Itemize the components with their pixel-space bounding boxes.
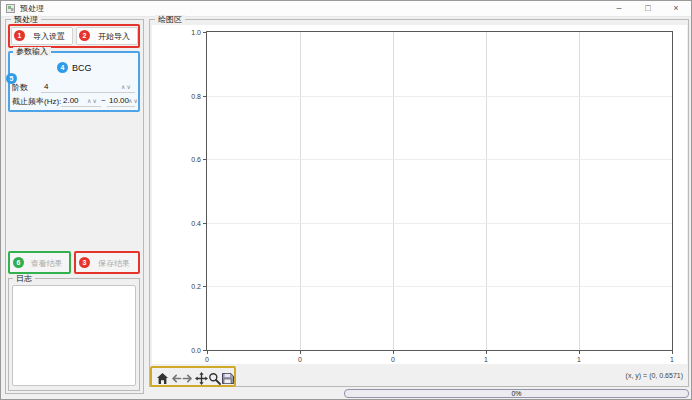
toolbar-save-button[interactable] — [221, 371, 234, 384]
toolbar-pan-button[interactable] — [195, 371, 208, 384]
maximize-button[interactable]: □ — [634, 1, 662, 15]
progress-bar: 0% — [344, 389, 689, 398]
cutoff-low-underline — [61, 106, 101, 107]
x-tick-label: 0 — [391, 356, 395, 363]
gridline — [207, 159, 672, 160]
gridline — [486, 32, 487, 350]
gridline — [207, 223, 672, 224]
y-tick — [203, 286, 206, 287]
pan-icon — [195, 372, 208, 385]
spin-down-icon[interactable]: ∨ — [133, 98, 138, 104]
cutoff-high-spinbox[interactable]: 10.00 — [109, 96, 129, 105]
cutoff-label: 截止频率(Hz): — [12, 96, 61, 107]
badge-6: 6 — [13, 257, 24, 268]
x-tick — [579, 351, 580, 354]
title-bar: 预处理 – □ × — [1, 1, 691, 17]
toolbar-home-button[interactable] — [156, 371, 169, 384]
minimize-button[interactable]: – — [605, 1, 633, 15]
save-results-label: 保存结果 — [90, 257, 138, 268]
y-tick — [203, 350, 206, 351]
signal-type-label[interactable]: BCG — [72, 63, 92, 73]
figure-canvas[interactable]: 0001110.00.20.40.60.81.0 — [152, 25, 687, 364]
x-tick-label: 0 — [298, 356, 302, 363]
magnifier-icon — [208, 372, 221, 385]
log-group-label: 日志 — [13, 274, 35, 283]
toolbar-zoom-button[interactable] — [208, 371, 221, 384]
app-window: 预处理 – □ × 预处理 导入设置 1 开始导入 2 参数输入 4 BCG 5… — [0, 0, 692, 400]
x-tick-label: 1 — [577, 356, 581, 363]
import-settings-label: 导入设置 — [26, 31, 72, 42]
cutoff-high-spin-arrows[interactable]: ∧∨ — [128, 97, 139, 104]
view-results-label: 查看结果 — [24, 257, 69, 268]
start-import-label: 开始导入 — [91, 31, 137, 42]
y-tick-label: 0.8 — [191, 92, 201, 99]
save-icon — [221, 372, 234, 385]
axes: 0001110.00.20.40.60.81.0 — [206, 31, 673, 351]
toolbar-forward-button[interactable] — [182, 371, 195, 384]
toolbar-back-button[interactable] — [169, 371, 182, 384]
spin-down-icon[interactable]: ∨ — [126, 84, 131, 90]
gridline — [207, 96, 672, 97]
order-spinbox[interactable]: 4 — [44, 82, 48, 91]
x-tick — [486, 351, 487, 354]
plot-group-label: 绘图区 — [155, 15, 185, 24]
x-tick — [672, 351, 673, 354]
y-tick — [203, 96, 206, 97]
y-tick — [203, 159, 206, 160]
y-tick — [203, 32, 206, 33]
badge-1: 1 — [14, 30, 25, 41]
home-icon — [156, 372, 169, 385]
log-textarea[interactable] — [12, 285, 136, 386]
x-tick — [207, 351, 208, 354]
x-tick — [300, 351, 301, 354]
forward-arrow-icon — [182, 372, 195, 385]
preprocess-group-label: 预处理 — [11, 15, 41, 24]
gridline — [207, 286, 672, 287]
progress-label: 0% — [345, 390, 688, 398]
app-icon — [6, 4, 15, 13]
gridline — [579, 32, 580, 350]
window-title: 预处理 — [20, 3, 44, 14]
annotation-box-toolbar — [150, 366, 236, 387]
x-tick-label: 1 — [670, 356, 674, 363]
back-arrow-icon — [169, 372, 182, 385]
cutoff-low-spin-arrows[interactable]: ∧∨ — [87, 97, 98, 104]
x-tick — [393, 351, 394, 354]
cutoff-low-spinbox[interactable]: 2.00 — [63, 96, 79, 105]
close-button[interactable]: × — [662, 1, 690, 15]
gridline — [393, 32, 394, 350]
y-tick-label: 0.2 — [191, 283, 201, 290]
params-group-label: 参数输入 — [13, 47, 51, 56]
y-tick-label: 1.0 — [191, 29, 201, 36]
y-tick-label: 0.4 — [191, 219, 201, 226]
cutoff-separator: ~ — [101, 96, 106, 105]
order-label: 阶数 — [12, 82, 28, 93]
order-spin-underline — [41, 92, 135, 93]
y-tick-label: 0.6 — [191, 156, 201, 163]
badge-2: 2 — [79, 30, 90, 41]
x-tick-label: 1 — [484, 356, 488, 363]
badge-3: 3 — [79, 257, 90, 268]
cutoff-high-underline — [107, 106, 135, 107]
badge-4: 4 — [57, 62, 68, 73]
x-tick-label: 0 — [205, 356, 209, 363]
spin-down-icon[interactable]: ∨ — [92, 98, 97, 104]
order-spin-arrows[interactable]: ∧∨ — [121, 83, 132, 90]
coordinate-readout: (x, y) = (0, 0.6571) — [626, 372, 683, 379]
gridline — [300, 32, 301, 350]
y-tick — [203, 223, 206, 224]
y-tick-label: 0.0 — [191, 347, 201, 354]
